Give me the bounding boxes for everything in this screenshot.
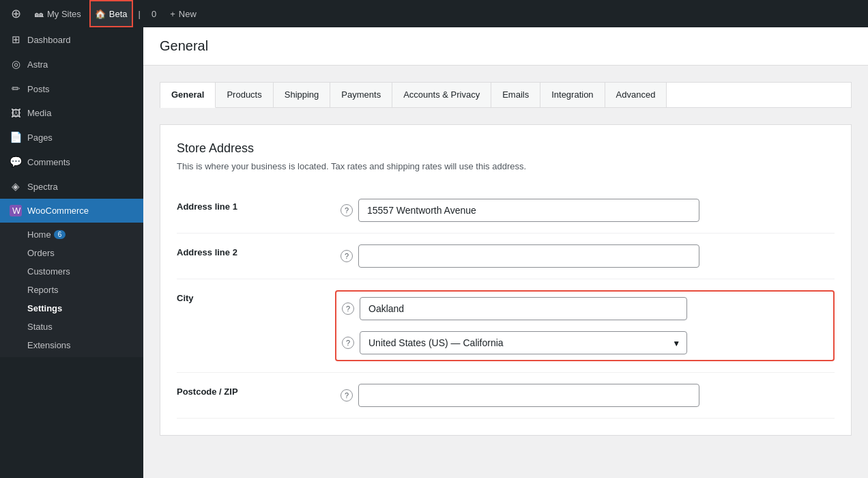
postcode-input-cell: ? (341, 384, 835, 407)
country-state-select[interactable]: United States (US) — California United S… (360, 331, 687, 354)
tab-accounts-privacy[interactable]: Accounts & Privacy (392, 83, 491, 107)
pages-icon: 📄 (10, 131, 22, 143)
country-state-help-icon[interactable]: ? (342, 337, 354, 349)
sidebar-sub-extensions[interactable]: Extensions (0, 336, 143, 354)
media-icon: 🖼 (10, 107, 22, 119)
section-title: Store Address (177, 141, 835, 156)
tab-general[interactable]: General (160, 83, 216, 108)
tab-products[interactable]: Products (216, 83, 273, 107)
store-address-section: Store Address This is where your busines… (160, 124, 852, 436)
sidebar-item-comments[interactable]: 💬 Comments (0, 150, 143, 174)
city-input[interactable] (360, 297, 687, 320)
sidebar-item-media[interactable]: 🖼 Media (0, 101, 143, 125)
wp-logo-button[interactable]: ⊕ (5, 0, 27, 27)
city-label: City (177, 293, 194, 303)
city-help-icon[interactable]: ? (342, 303, 354, 315)
tab-emails[interactable]: Emails (491, 83, 540, 107)
address-line1-label: Address line 1 (177, 201, 237, 212)
sidebar-sub-reports[interactable]: Reports (0, 281, 143, 299)
sidebar-item-posts[interactable]: ✏ Posts (0, 76, 143, 101)
address-line2-row: Address line 2 ? (177, 234, 835, 279)
astra-icon: ◎ (10, 58, 22, 70)
sidebar-sub-status[interactable]: Status (0, 318, 143, 336)
comments-icon: 💬 (10, 156, 22, 168)
postcode-label: Postcode / ZIP (177, 386, 238, 397)
address-line1-help-icon[interactable]: ? (341, 204, 353, 216)
tab-shipping[interactable]: Shipping (274, 83, 331, 107)
tab-integration[interactable]: Integration (540, 83, 605, 107)
postcode-row: Postcode / ZIP ? (177, 373, 835, 419)
posts-icon: ✏ (10, 83, 22, 95)
sidebar-sub-settings[interactable]: Settings (0, 299, 143, 318)
postcode-input[interactable] (358, 384, 699, 407)
my-sites-icon: 🏘 (35, 9, 44, 19)
address-line1-input-cell: ? (341, 199, 835, 222)
sidebar-sub-customers[interactable]: Customers (0, 262, 143, 281)
address-line2-label: Address line 2 (177, 247, 237, 257)
divider: | (136, 9, 143, 19)
notifications-button[interactable]: 0 (146, 0, 162, 27)
city-country-highlight: ? ? United States (335, 290, 835, 361)
content-body: General Products Shipping Payments Accou… (143, 66, 868, 452)
address-line2-help-icon[interactable]: ? (341, 250, 353, 262)
address-line2-input[interactable] (358, 244, 699, 268)
page-title: General (160, 38, 852, 54)
highlight-inner: ? ? United States (342, 297, 828, 354)
new-content-button[interactable]: + New (164, 0, 202, 27)
sidebar-item-woocommerce[interactable]: W WooCommerce (0, 199, 143, 223)
sidebar: ⊞ Dashboard ◎ Astra ✏ Posts 🖼 Media 📄 Pa… (0, 27, 143, 478)
beta-button[interactable]: 🏠 Beta (89, 0, 133, 27)
sidebar-item-spectra[interactable]: ◈ Spectra (0, 174, 143, 199)
home-icon: 🏠 (95, 9, 106, 19)
address-line2-input-cell: ? (341, 244, 835, 268)
spectra-icon: ◈ (10, 180, 22, 193)
sidebar-item-dashboard[interactable]: ⊞ Dashboard (0, 27, 143, 52)
sidebar-sub-home[interactable]: Home 6 (0, 225, 143, 244)
tab-payments[interactable]: Payments (330, 83, 392, 107)
sidebar-item-pages[interactable]: 📄 Pages (0, 125, 143, 150)
tab-advanced[interactable]: Advanced (605, 83, 667, 107)
wp-icon: ⊕ (11, 6, 21, 21)
country-state-row: ? United States (US) — California United… (342, 331, 828, 354)
main-content: General General Products Shipping Paymen… (143, 27, 868, 478)
postcode-help-icon[interactable]: ? (341, 389, 353, 402)
section-description: This is where your business is located. … (177, 161, 835, 171)
city-row: ? (342, 297, 828, 320)
content-header: General (143, 27, 868, 66)
address-line1-row: Address line 1 ? (177, 188, 835, 234)
top-bar: ⊕ 🏘 My Sites 🏠 Beta | 0 + New (0, 0, 868, 27)
plus-icon: + (170, 9, 175, 19)
home-badge: 6 (54, 230, 66, 239)
sidebar-item-astra[interactable]: ◎ Astra (0, 52, 143, 76)
my-sites-button[interactable]: 🏘 My Sites (29, 0, 87, 27)
settings-tabs: General Products Shipping Payments Accou… (160, 82, 852, 108)
woocommerce-submenu: Home 6 Orders Customers Reports Settings… (0, 223, 143, 357)
address-form: Address line 1 ? (177, 188, 835, 419)
country-state-select-wrapper: United States (US) — California United S… (360, 331, 687, 354)
address-line1-input[interactable] (358, 199, 699, 222)
city-country-row: City ? (177, 279, 835, 373)
dashboard-icon: ⊞ (10, 33, 22, 46)
sidebar-sub-orders[interactable]: Orders (0, 244, 143, 262)
woocommerce-icon: W (10, 205, 22, 216)
